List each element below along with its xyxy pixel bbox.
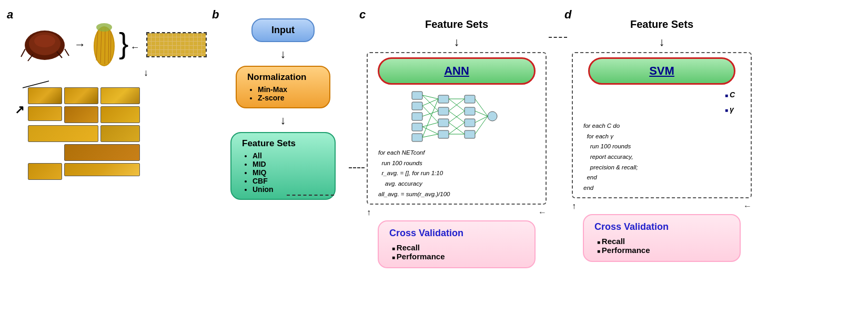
patches-area: ↗ (15, 87, 207, 180)
right-bracket: } (119, 31, 128, 56)
arrow-beetle-to-corn: → (74, 38, 86, 52)
panel-c: c Feature Sets ↓ ANN (357, 5, 557, 329)
svg-rect-23 (412, 123, 422, 131)
neural-net-diagram (373, 87, 540, 145)
svg-point-2 (34, 35, 55, 47)
svg-line-41 (422, 134, 438, 137)
image-patches-grid (28, 87, 140, 180)
c-algo-text: for each NETconf run 100 rounds r_avg. =… (378, 148, 540, 199)
feat-item-5: Union (253, 185, 324, 194)
feat-title: Feature Sets (242, 138, 324, 149)
d-cross-val-box: Cross Validation Recall Performance (583, 214, 741, 262)
patch (28, 125, 98, 142)
svg-rect-31 (465, 119, 475, 127)
svm-label: SVM (649, 64, 674, 77)
d-upward-arrow: ↑ (572, 201, 576, 211)
input-box: Input (251, 18, 315, 42)
normalization-box: Normalization Min-Max Z-score (236, 66, 330, 108)
patch (64, 144, 140, 161)
svg-point-14 (96, 23, 112, 32)
svg-line-19 (23, 81, 49, 88)
dashed-arrow-b-feat-to-c (287, 195, 334, 196)
svg-line-54 (475, 116, 488, 134)
patch (100, 125, 140, 142)
scan-grid-box (146, 32, 207, 57)
svg-rect-30 (465, 107, 475, 115)
svg-rect-22 (412, 113, 422, 120)
svm-params-list: C γ (725, 87, 735, 117)
panel-a-label: a (7, 8, 13, 22)
c-dashed-container: ANN (367, 52, 547, 205)
svg-rect-20 (412, 92, 422, 99)
main-container: a → (0, 0, 868, 334)
panel-a: a → (4, 5, 209, 329)
c-arrow-down-1: ↓ (454, 35, 460, 49)
patch (100, 106, 140, 123)
patch (64, 163, 140, 176)
svg-rect-24 (412, 134, 422, 141)
feat-item-2: MID (253, 160, 324, 168)
svg-rect-32 (465, 130, 475, 138)
svg-line-3 (21, 49, 25, 57)
patch (100, 87, 140, 104)
panels-right: c Feature Sets ↓ ANN (357, 5, 864, 329)
svg-rect-25 (438, 95, 449, 103)
svg-rect-29 (465, 95, 475, 103)
arrow-bracket-to-grid: ← (130, 42, 139, 53)
c-cv-item-2: Performance (392, 252, 524, 261)
feature-sets-box: Feature Sets All MID MIQ CBF Union (230, 132, 336, 200)
svg-line-39 (422, 123, 438, 127)
patch (28, 163, 62, 180)
svg-line-53 (475, 116, 488, 123)
norm-title: Normalization (247, 72, 319, 83)
norm-item-1: Min-Max (258, 85, 319, 94)
d-cv-item-1: Recall (597, 237, 729, 246)
d-feature-sets-label: Feature Sets (630, 18, 693, 31)
c-cv-item-1: Recall (392, 243, 524, 252)
patch (28, 106, 62, 121)
corn-image (90, 21, 119, 68)
patch (64, 106, 98, 123)
patch (28, 87, 62, 104)
svg-line-6 (65, 49, 69, 56)
c-left-arrow: ← (538, 208, 547, 217)
feat-item-4: CBF (253, 177, 324, 185)
d-arrow-down-1: ↓ (659, 35, 665, 49)
d-cv-item-2: Performance (597, 246, 729, 255)
feat-item-3: MIQ (253, 168, 324, 177)
svg-line-40 (422, 127, 438, 134)
c-upward-arrow: ↑ (367, 208, 371, 217)
c-feature-sets-label: Feature Sets (425, 18, 488, 31)
feat-item-1: All (253, 151, 324, 160)
arrow-input-to-norm: ↓ (280, 45, 286, 63)
beetle-image (20, 25, 70, 65)
d-dashed-arrow-in (549, 37, 567, 38)
c-cross-val-title: Cross Validation (389, 228, 524, 239)
panel-d: d Feature Sets ↓ SVM C (562, 5, 762, 329)
arrow-norm-to-feat: ↓ (280, 112, 286, 129)
d-dashed-container: SVM C γ for each C do (572, 52, 752, 198)
panel-b: b Input ↓ Normalization Min-Max Z-score (209, 5, 357, 329)
svm-param-c: C (725, 87, 735, 102)
svg-rect-17 (147, 33, 207, 57)
d-algo-text: for each C do for each γ run 100 rounds … (583, 121, 745, 193)
svg-rect-27 (438, 119, 449, 127)
svg-rect-26 (438, 107, 449, 115)
svm-param-gamma: γ (725, 102, 735, 117)
c-cross-val-box: Cross Validation Recall Performance (378, 220, 536, 268)
ann-label: ANN (444, 64, 469, 77)
svm-box: SVM (588, 57, 735, 85)
d-left-arrow: ← (743, 201, 752, 211)
svg-rect-21 (412, 102, 422, 110)
arrow-scan-to-patches: ↓ (144, 67, 207, 78)
svg-point-33 (488, 112, 497, 121)
svg-rect-28 (438, 130, 449, 138)
patch (64, 87, 98, 104)
norm-item-2: Z-score (258, 94, 319, 102)
svg-line-38 (422, 111, 438, 116)
svg-line-34 (422, 95, 438, 99)
input-label: Input (271, 25, 295, 35)
ann-box: ANN (378, 57, 536, 85)
d-cross-val-title: Cross Validation (594, 221, 729, 232)
